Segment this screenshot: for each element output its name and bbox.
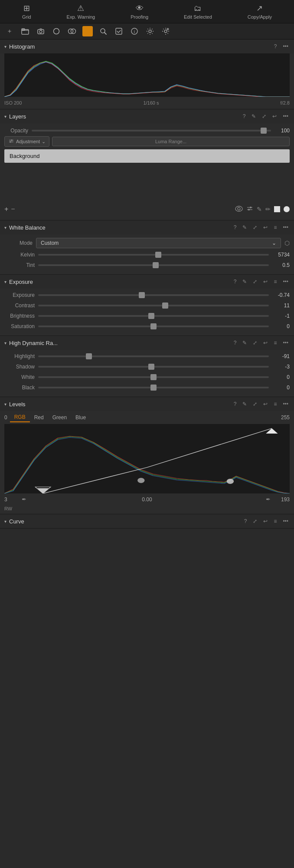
remove-layer-btn[interactable]: − (11, 205, 15, 213)
levels-tab-blue[interactable]: Blue (71, 413, 90, 422)
histogram-chevron[interactable]: ▾ (4, 44, 7, 49)
levels-chevron[interactable]: ▾ (4, 402, 7, 407)
levels-tab-red[interactable]: Red (30, 413, 48, 422)
exposure-expand[interactable]: ⤢ (252, 278, 258, 285)
adjustment-select[interactable]: Adjustment ⌄ (4, 136, 49, 147)
toolbar-edit-selected[interactable]: 🗂 Edit Selected (184, 4, 212, 20)
tool-search[interactable] (98, 26, 108, 36)
layers-menu[interactable]: ••• (281, 113, 290, 120)
hdr-expand[interactable]: ⤢ (252, 339, 258, 346)
exposure-undo[interactable]: ↩ (262, 278, 269, 285)
wb-picker-icon[interactable]: ⬡ (284, 240, 290, 247)
hdr-header: ▾ High Dynamic Ra... ? ✎ ⤢ ↩ ≡ ••• (0, 336, 294, 350)
add-layer-btn[interactable]: + (4, 205, 8, 213)
toolbar-copy-apply[interactable]: ↗ Copy/Apply (248, 3, 272, 20)
layers-edit-icon[interactable]: ✎ (250, 113, 257, 120)
levels-menu[interactable]: ••• (281, 401, 290, 408)
levels-tab-green[interactable]: Green (48, 413, 71, 422)
toolbar-proofing[interactable]: 👁 Proofing (131, 4, 148, 20)
wb-expand[interactable]: ⤢ (252, 224, 258, 231)
exposure-slider-3[interactable] (38, 326, 269, 327)
layers-adjust-icon[interactable] (246, 206, 253, 213)
curve-chevron[interactable]: ▾ (4, 519, 7, 524)
histogram-chart (4, 53, 290, 97)
wb-list[interactable]: ≡ (272, 224, 278, 231)
wb-help[interactable]: ? (232, 224, 238, 231)
curve-actions: ? ⤢ ↩ ≡ ••• (243, 518, 290, 525)
hdr-pencil[interactable]: ✎ (241, 339, 248, 346)
curve-menu[interactable]: ••• (281, 518, 290, 525)
histogram-menu[interactable]: ••• (281, 43, 290, 50)
exposure-slider-0[interactable] (38, 294, 269, 296)
exposure-slider-1[interactable] (38, 305, 269, 306)
levels-help[interactable]: ? (232, 401, 238, 408)
exposure-row-2: Brightness -1 (0, 311, 294, 321)
wb-menu[interactable]: ••• (281, 224, 290, 231)
wb-mode-select[interactable]: Custom ⌄ (36, 238, 281, 248)
exposure-label-3: Saturation (4, 323, 35, 329)
wb-pencil[interactable]: ✎ (241, 224, 248, 231)
luma-range-btn[interactable]: Luma Range... (52, 137, 290, 146)
exposure-header: ▾ Exposure ? ✎ ⤢ ↩ ≡ ••• (0, 275, 294, 289)
tool-settings[interactable] (145, 26, 155, 36)
layers-undo-icon[interactable]: ↩ (271, 113, 278, 120)
hdr-undo[interactable]: ↩ (262, 339, 269, 346)
exposure-help[interactable]: ? (232, 278, 238, 285)
kelvin-slider[interactable] (38, 254, 269, 256)
hdr-slider-1[interactable] (38, 366, 269, 368)
levels-pencil[interactable]: ✎ (241, 401, 248, 408)
layers-help[interactable]: ? (242, 113, 247, 120)
levels-expand[interactable]: ⤢ (252, 401, 258, 408)
layers-pencil-icon[interactable]: ✎ (257, 206, 262, 213)
wb-chevron[interactable]: ▾ (4, 225, 7, 230)
curve-list[interactable]: ≡ (272, 518, 278, 525)
wb-undo[interactable]: ↩ (262, 224, 269, 231)
white-balance-panel: ▾ White Balance ? ✎ ⤢ ↩ ≡ ••• Mode Custo… (0, 220, 294, 275)
layers-visibility-icon[interactable] (235, 206, 243, 213)
svg-marker-7 (85, 29, 90, 34)
warning-icon: ⚠ (77, 3, 84, 13)
histogram-help[interactable]: ? (273, 43, 278, 50)
toolbar-grid[interactable]: ⊞ Grid (22, 3, 31, 20)
exposure-pencil[interactable]: ✎ (241, 278, 248, 285)
svg-point-32 (137, 478, 144, 483)
opacity-slider[interactable] (32, 130, 271, 132)
hdr-list[interactable]: ≡ (272, 339, 278, 346)
tool-plus[interactable]: ＋ (4, 26, 15, 36)
exposure-slider-2[interactable] (38, 315, 269, 317)
layers-expand-icon[interactable]: ⤢ (261, 113, 268, 120)
tool-info[interactable]: i (129, 26, 140, 36)
hdr-body: Highlight -91 Shadow -3 White 0 Black (0, 350, 294, 397)
tool-folder[interactable] (20, 26, 30, 36)
levels-black-picker[interactable]: ✒ (22, 496, 26, 503)
tool-camera[interactable] (36, 26, 46, 36)
layers-gradient-icon[interactable]: ✏ (265, 206, 271, 213)
layers-circle-icon[interactable] (284, 206, 290, 212)
hdr-chevron[interactable]: ▾ (4, 341, 7, 345)
exposure-menu[interactable]: ••• (281, 278, 290, 285)
hdr-menu[interactable]: ••• (281, 339, 290, 346)
layers-chevron[interactable]: ▾ (4, 114, 7, 119)
curve-undo[interactable]: ↩ (262, 518, 269, 525)
hdr-slider-0[interactable] (38, 355, 269, 357)
tool-clone[interactable] (67, 26, 77, 36)
tint-slider[interactable] (38, 264, 269, 266)
hdr-slider-2[interactable] (38, 376, 269, 378)
toolbar-exp-warning[interactable]: ⚠ Exp. Warning (67, 3, 95, 20)
tool-advanced-settings[interactable] (160, 26, 171, 36)
background-layer[interactable]: Background (4, 149, 290, 163)
levels-tab-rgb[interactable]: RGB (10, 413, 30, 422)
curve-expand[interactable]: ⤢ (252, 518, 258, 525)
tool-check[interactable] (114, 26, 124, 36)
exposure-chevron[interactable]: ▾ (4, 279, 7, 284)
tool-flag[interactable] (82, 26, 93, 36)
layers-color-fill-icon[interactable] (274, 206, 280, 212)
hdr-slider-3[interactable] (38, 387, 269, 388)
exposure-list[interactable]: ≡ (272, 278, 278, 285)
levels-list[interactable]: ≡ (272, 401, 278, 408)
tool-circle[interactable] (51, 26, 62, 36)
curve-help[interactable]: ? (243, 518, 248, 525)
levels-mid-picker[interactable]: ✒ (266, 496, 271, 503)
levels-undo[interactable]: ↩ (262, 401, 269, 408)
hdr-help[interactable]: ? (232, 339, 238, 346)
